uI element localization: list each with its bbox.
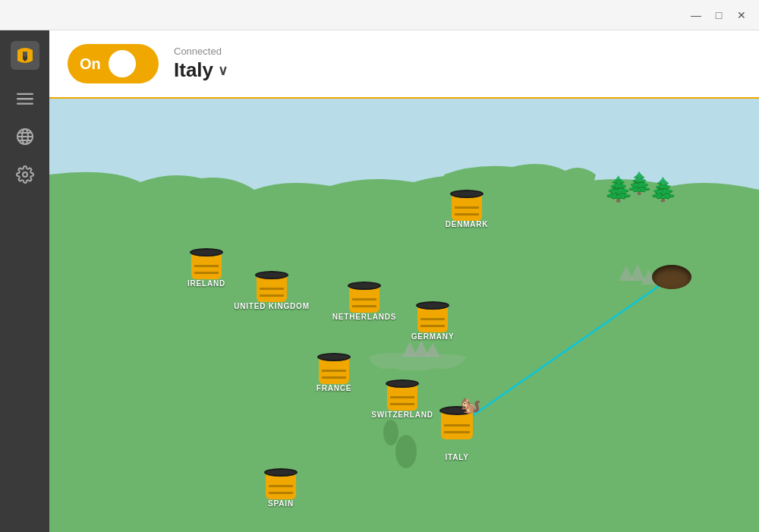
- main-area: On Connected Italy ∨: [0, 30, 759, 532]
- squirrel-icon: 🐿️: [460, 395, 480, 415]
- location-name: Italy: [174, 58, 213, 82]
- right-panel: On Connected Italy ∨: [49, 30, 759, 532]
- maximize-button[interactable]: □: [707, 4, 730, 27]
- map-container: 🌲 🌲 🌲 🌴 🌴 🌴 🌴 🌴 IRELAND: [49, 99, 759, 532]
- logo-svg: [14, 44, 36, 67]
- connection-status: Connected: [174, 46, 228, 57]
- barrel-uk[interactable]: [257, 275, 287, 302]
- svg-point-8: [23, 172, 27, 177]
- app-window: — □ ✕: [0, 0, 759, 532]
- svg-point-13: [444, 471, 482, 493]
- title-bar: — □ ✕: [0, 0, 759, 30]
- svg-rect-2: [17, 103, 33, 105]
- close-button[interactable]: ✕: [730, 4, 753, 27]
- sidebar-item-locations[interactable]: [0, 118, 49, 156]
- settings-icon: [16, 165, 34, 184]
- barrel-france[interactable]: [319, 357, 349, 384]
- svg-rect-0: [17, 93, 33, 95]
- svg-point-10: [220, 209, 319, 323]
- menu-icon: [17, 90, 33, 107]
- connection-info: Connected Italy ∨: [174, 46, 228, 82]
- connection-bar: On Connected Italy ∨: [49, 30, 759, 99]
- barrel-switzerland[interactable]: [387, 383, 417, 411]
- sidebar-logo: [0, 30, 49, 80]
- logo-icon: [11, 41, 39, 70]
- toggle-knob: [109, 50, 136, 77]
- svg-rect-1: [17, 98, 33, 99]
- vpn-toggle[interactable]: On: [68, 44, 159, 83]
- chevron-down-icon: ∨: [218, 62, 228, 79]
- barrel-germany[interactable]: [417, 305, 448, 332]
- hamburger-menu-button[interactable]: [0, 80, 49, 118]
- svg-point-15: [383, 420, 398, 445]
- minimize-button[interactable]: —: [685, 4, 707, 27]
- svg-point-12: [622, 416, 660, 434]
- sidebar-item-settings[interactable]: [0, 156, 49, 194]
- barrel-italy[interactable]: 🐿️: [441, 411, 473, 439]
- barrel-denmark[interactable]: [452, 194, 482, 221]
- toggle-label: On: [80, 55, 101, 73]
- barrel-ireland[interactable]: [191, 252, 222, 279]
- globe-icon: [16, 127, 34, 146]
- sidebar: [0, 30, 49, 532]
- svg-point-14: [395, 435, 417, 468]
- source-hole: [652, 265, 691, 289]
- tree-decoration-3: 🌲: [649, 176, 677, 203]
- location-selector[interactable]: Italy ∨: [174, 58, 228, 82]
- barrel-netherlands[interactable]: [349, 285, 380, 313]
- map-svg: [49, 99, 759, 532]
- barrel-spain[interactable]: [266, 472, 296, 499]
